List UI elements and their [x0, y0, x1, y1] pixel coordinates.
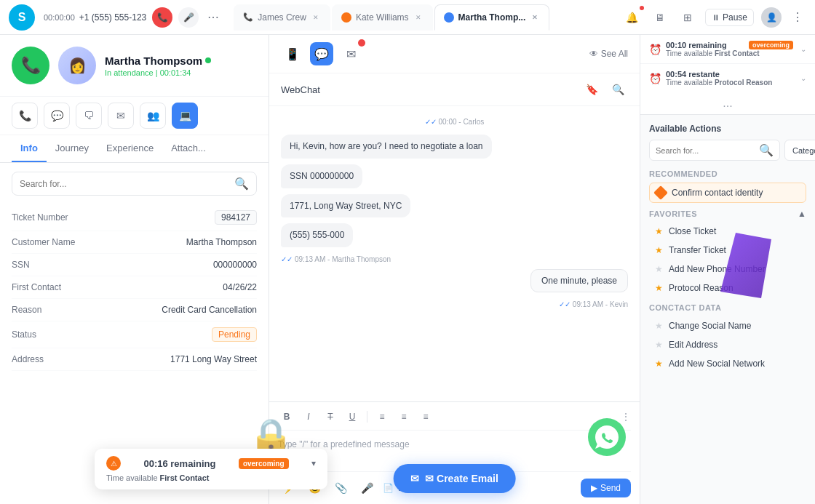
bottom-timer-badge: overcoming	[239, 458, 289, 469]
favorites-label: Favorites	[649, 209, 697, 218]
audio-icon[interactable]: 🎤	[357, 478, 377, 498]
tab-kate-label: Kate Williams	[356, 12, 409, 23]
contact-action-buttons: 📞 💬 🗨 ✉ 👥 💻	[0, 97, 269, 135]
diamond-icon	[653, 185, 668, 200]
format-align-right-button[interactable]: ≡	[417, 408, 434, 425]
channel-webchat[interactable]: 💬	[310, 42, 333, 65]
available-actions-title: Available Actions	[649, 124, 806, 134]
star-icon-transfer-ticket: ★	[655, 245, 663, 255]
info-search-box[interactable]: 🔍	[12, 172, 257, 196]
email-action-button[interactable]: ✉	[108, 103, 134, 129]
category-select[interactable]: Category	[784, 140, 815, 161]
online-indicator	[205, 57, 211, 63]
user-avatar[interactable]: 👤	[761, 7, 782, 28]
tab-james-close[interactable]: ✕	[311, 12, 321, 23]
tab-james-crew[interactable]: 📞 James Crew ✕	[234, 4, 330, 31]
webchat-search-icon[interactable]: 🔍	[608, 79, 628, 100]
call-more-button[interactable]: ⋯	[204, 9, 222, 26]
field-address: Address 1771 Long Way Street	[12, 348, 257, 371]
action-search-input[interactable]	[656, 146, 756, 155]
app-logo: S	[9, 4, 35, 31]
tab-martha-close[interactable]: ✕	[530, 12, 540, 23]
action-add-social-network[interactable]: ★ Add New Social Network	[649, 354, 806, 373]
bottom-timer-icon: ⚠	[106, 456, 121, 471]
webchat-actions: 🔖 🔍	[581, 79, 628, 100]
decorative-whatsapp-icon	[588, 418, 626, 464]
contact-data-label: Conctact Data	[649, 303, 806, 312]
format-italic-button[interactable]: I	[300, 408, 317, 425]
message-1: Hi, Kevin, how are you? I need to negoti…	[281, 135, 492, 159]
phone-action-button[interactable]: 📞	[12, 103, 38, 129]
end-call-button[interactable]: 📞	[152, 7, 172, 28]
tab-journey[interactable]: Journey	[47, 135, 98, 162]
tab-info[interactable]: Info	[12, 135, 47, 162]
bottom-timer-subtitle: Time available First Contact	[106, 473, 316, 482]
webchat-action-button[interactable]: 💻	[172, 103, 198, 129]
address-label: Address	[12, 354, 84, 364]
tab-james-label: James Crew	[258, 12, 306, 23]
chat-messages: ✓✓ 00:00 - Carlos Hi, Kevin, how are you…	[269, 106, 640, 401]
action-transfer-ticket[interactable]: ★ Transfer Ticket	[649, 241, 806, 260]
action-confirm-identity[interactable]: Confirm contact identity	[649, 183, 806, 203]
timer-2-label: Time available Protocol Reason	[666, 79, 793, 87]
message-timestamp-1: ✓✓ 00:00 - Carlos	[281, 118, 628, 126]
attachment-icon[interactable]: 📎	[330, 478, 351, 498]
format-separator	[367, 411, 367, 423]
star-icon-add-social: ★	[655, 359, 663, 369]
left-panel: 📞 👩 Martha Thompsom In attendance | 00:0…	[0, 35, 269, 504]
notification-bell-icon[interactable]: 🔔	[622, 7, 643, 28]
format-align-left-button[interactable]: ≡	[373, 408, 391, 425]
action-change-social-name[interactable]: ★ Change Social Name	[649, 316, 806, 335]
contacts-action-button[interactable]: 👥	[140, 103, 166, 129]
format-strikethrough-button[interactable]: T	[322, 408, 339, 425]
status-badge: Pending	[212, 327, 257, 342]
tab-kate-williams[interactable]: Kate Williams ✕	[332, 4, 433, 31]
call-info: 00:00:00 +1 (555) 555-123	[44, 12, 146, 23]
tab-experience[interactable]: Experience	[98, 135, 162, 162]
timer-2-icon: ⏰	[649, 73, 661, 84]
channel-whatsapp[interactable]: 📱	[281, 42, 304, 65]
chat-panel: 📱 💬 ✉ 👁 See All WebChat 🔖 🔍	[269, 35, 640, 504]
pause-button[interactable]: ⏸ Pause	[705, 9, 754, 26]
action-close-ticket[interactable]: ★ Close Ticket	[649, 222, 806, 241]
chat-action-button[interactable]: 🗨	[76, 103, 102, 129]
email-compose-icon: ✉	[410, 473, 419, 484]
formatting-toolbar: B I T U ≡ ≡ ≡ ⋮	[278, 408, 631, 431]
create-email-button[interactable]: ✉ ✉ Create Email	[393, 464, 516, 493]
field-customer-name: Customer Name Martha Thompson	[12, 231, 257, 254]
see-all-button[interactable]: 👁 See All	[589, 49, 628, 59]
star-icon-change-social: ★	[655, 321, 663, 331]
star-icon-close-ticket: ★	[655, 226, 663, 236]
bottom-timer-chevron[interactable]: ▾	[311, 458, 316, 468]
channel-email[interactable]: ✉	[339, 42, 362, 65]
main-layout: 📞 👩 Martha Thompsom In attendance | 00:0…	[0, 35, 815, 504]
tab-martha-thompsom[interactable]: Martha Thomp... ✕	[434, 4, 550, 31]
grid-icon[interactable]: ⊞	[677, 7, 698, 28]
tab-kate-close[interactable]: ✕	[413, 12, 424, 23]
settings-more-button[interactable]: ⋮	[789, 9, 806, 26]
channel-icons: 📱 💬 ✉ 👁 See All	[269, 35, 640, 73]
timer-2-chevron[interactable]: ⌄	[800, 74, 806, 82]
email-notification-badge	[358, 39, 365, 47]
format-underline-button[interactable]: U	[343, 408, 361, 425]
pause-label: Pause	[723, 12, 747, 23]
monitor-icon[interactable]: 🖥	[650, 7, 670, 28]
star-icon-add-phone: ★	[655, 264, 663, 274]
timer-row-1: ⏰ 00:10 remaining overcoming Time availa…	[640, 35, 815, 64]
whatsapp-action-button[interactable]: 💬	[44, 103, 70, 129]
mute-button[interactable]: 🎤	[178, 7, 199, 28]
format-align-center-button[interactable]: ≡	[395, 408, 413, 425]
info-search-input[interactable]	[20, 179, 230, 189]
contact-phone-indicator: 📞	[12, 47, 49, 84]
action-edit-address[interactable]: ★ Edit Address	[649, 335, 806, 354]
action-search-box[interactable]: 🔍	[649, 140, 780, 161]
chat-input-placeholder[interactable]: Type "/" for a predefined message	[278, 436, 631, 465]
timer-1-chevron[interactable]: ⌄	[800, 45, 806, 53]
favorites-collapse-icon[interactable]: ▲	[798, 209, 806, 219]
field-reason: Reason Credit Card Cancellation	[12, 299, 257, 321]
more-options-dots[interactable]: ...	[640, 92, 815, 114]
tab-attachments[interactable]: Attach...	[162, 135, 215, 162]
send-button[interactable]: ▶ Send	[581, 479, 631, 497]
recommended-label: Recommended	[649, 169, 806, 178]
bookmark-icon[interactable]: 🔖	[581, 79, 602, 100]
